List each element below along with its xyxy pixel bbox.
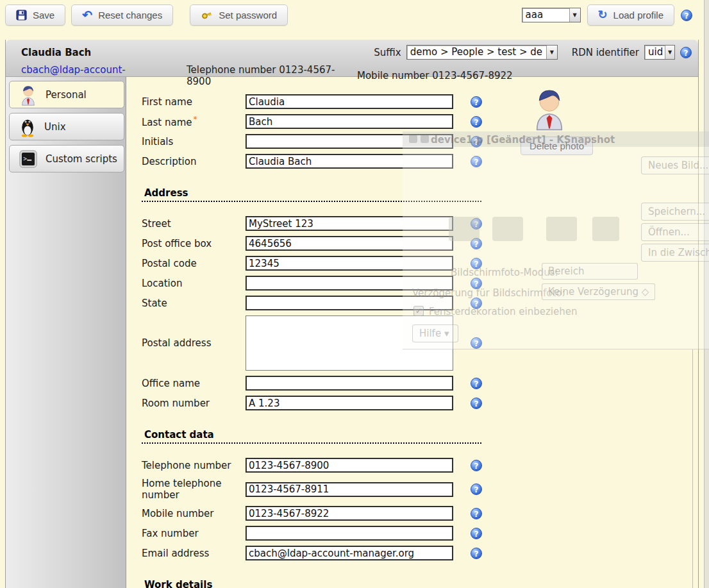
post-office-box-input[interactable] <box>246 236 453 251</box>
chevron-down-icon: ▼ <box>665 46 674 59</box>
office-name-label: Office name <box>142 378 246 389</box>
photo-block: Delete photo <box>521 86 623 155</box>
help-icon-mobile[interactable]: ? <box>471 508 482 519</box>
tab-personal-label: Personal <box>46 89 87 101</box>
chevron-down-icon: ▼ <box>569 8 580 22</box>
office-name-input[interactable] <box>246 376 453 391</box>
help-icon-postal-address[interactable]: ? <box>471 337 482 349</box>
help-icon-post-office-box[interactable]: ? <box>471 238 482 249</box>
field-row-fax: Fax number ? <box>142 526 698 541</box>
help-icon-description[interactable]: ? <box>471 156 482 167</box>
reset-changes-button[interactable]: ↶ Reset changes <box>71 4 173 26</box>
account-editor-panel: Claudia Bach Suffix demo > People > test… <box>5 40 699 588</box>
suffix-select-value: demo > People > test > de <box>407 46 546 59</box>
top-toolbar: Save ↶ Reset changes Set password aaa ▼ … <box>0 0 709 35</box>
load-profile-button[interactable]: ↻ Load profile <box>587 4 675 26</box>
street-input[interactable] <box>246 216 453 231</box>
street-label: Street <box>142 218 246 230</box>
telephone-input[interactable] <box>246 458 453 473</box>
account-title: Claudia Bach <box>21 47 91 58</box>
svg-text:>: > <box>23 155 27 162</box>
user-photo <box>531 86 568 131</box>
first-name-label: First name <box>142 96 246 108</box>
suffix-label: Suffix <box>374 47 401 58</box>
postal-code-label: Postal code <box>142 258 246 269</box>
description-input[interactable] <box>246 154 453 169</box>
home-telephone-label: Home telephone number <box>142 478 246 501</box>
suffix-select[interactable]: demo > People > test > de ▼ <box>406 45 558 60</box>
required-asterisk: * <box>194 115 197 124</box>
room-number-input[interactable] <box>246 396 453 410</box>
state-input[interactable] <box>246 296 453 310</box>
reload-circle-icon: ↻ <box>598 10 608 20</box>
help-icon-office-name[interactable]: ? <box>471 378 482 389</box>
field-row-location: Location ? <box>142 276 698 290</box>
postal-address-textarea[interactable] <box>246 315 453 371</box>
email-label: Email address <box>142 548 246 559</box>
tab-personal[interactable]: Personal <box>9 81 124 108</box>
delete-photo-button[interactable]: Delete photo <box>521 137 593 155</box>
rdn-label: RDN identifier <box>572 47 639 58</box>
tab-custom-scripts-label: Custom scripts <box>46 153 117 165</box>
field-row-office-name: Office name ? <box>142 376 698 391</box>
state-label: State <box>142 298 246 309</box>
field-row-room-number: Room number ? <box>142 396 698 410</box>
field-row-street: Street ? <box>142 216 698 231</box>
help-icon-first-name[interactable]: ? <box>471 96 482 108</box>
profile-controls: aaa ▼ ↻ Load profile ? <box>522 4 693 26</box>
profile-select[interactable]: aaa ▼ <box>522 8 581 22</box>
field-row-postal-address: Postal address ? <box>142 315 698 371</box>
help-icon-home-telephone[interactable]: ? <box>471 483 482 495</box>
help-icon-email[interactable]: ? <box>471 548 482 559</box>
telephone-label: Telephone number <box>142 460 246 471</box>
postal-code-input[interactable] <box>246 256 453 271</box>
field-row-state: State ? <box>142 296 698 310</box>
help-icon-toolbar[interactable]: ? <box>681 10 692 21</box>
field-row-mobile: Mobile number ? <box>142 506 698 521</box>
help-icon-last-name[interactable]: ? <box>471 116 482 128</box>
email-input[interactable] <box>246 546 453 560</box>
field-row-postal-code: Postal code ? <box>142 256 698 271</box>
chevron-down-icon: ▼ <box>546 46 557 59</box>
help-icon-postal-code[interactable]: ? <box>471 258 482 269</box>
help-icon-rdn[interactable]: ? <box>680 47 692 58</box>
set-password-label: Set password <box>219 10 277 21</box>
initials-input[interactable] <box>246 134 453 149</box>
location-label: Location <box>142 278 246 289</box>
person-icon <box>19 84 37 106</box>
terminal-icon: > <box>19 150 37 168</box>
help-icon-telephone[interactable]: ? <box>471 460 482 471</box>
fax-label: Fax number <box>142 528 246 539</box>
section-heading-contact: Contact data <box>142 429 481 444</box>
tux-penguin-icon <box>19 117 36 137</box>
set-password-button[interactable]: Set password <box>190 4 288 26</box>
field-row-email: Email address ? <box>142 546 698 560</box>
help-icon-fax[interactable]: ? <box>471 528 482 539</box>
last-name-label: Last name <box>142 117 192 128</box>
help-icon-state[interactable]: ? <box>471 298 482 309</box>
tab-unix-label: Unix <box>44 121 66 133</box>
help-icon-location[interactable]: ? <box>471 278 482 289</box>
mobile-input[interactable] <box>246 506 453 521</box>
fax-input[interactable] <box>246 526 453 541</box>
help-icon-initials[interactable]: ? <box>471 136 482 147</box>
field-row-home-telephone: Home telephone number ? <box>142 478 698 501</box>
load-profile-label: Load profile <box>613 10 663 21</box>
help-icon-room-number[interactable]: ? <box>471 398 482 409</box>
first-name-input[interactable] <box>246 94 453 109</box>
home-telephone-input[interactable] <box>246 482 453 497</box>
rdn-select[interactable]: uid ▼ <box>644 45 675 60</box>
scrollbar-track[interactable] <box>704 0 709 588</box>
description-label: Description <box>142 156 246 167</box>
last-name-input[interactable] <box>246 114 453 129</box>
save-button[interactable]: Save <box>5 4 65 26</box>
reset-label: Reset changes <box>98 10 162 21</box>
help-icon-street[interactable]: ? <box>471 218 482 230</box>
location-input[interactable] <box>246 276 453 290</box>
floppy-disk-icon <box>16 10 27 21</box>
postal-address-label: Postal address <box>142 337 246 349</box>
tab-unix[interactable]: Unix <box>9 113 124 140</box>
room-number-label: Room number <box>142 398 246 409</box>
profile-select-value: aaa <box>522 8 547 22</box>
tab-custom-scripts[interactable]: > Custom scripts <box>9 145 124 172</box>
